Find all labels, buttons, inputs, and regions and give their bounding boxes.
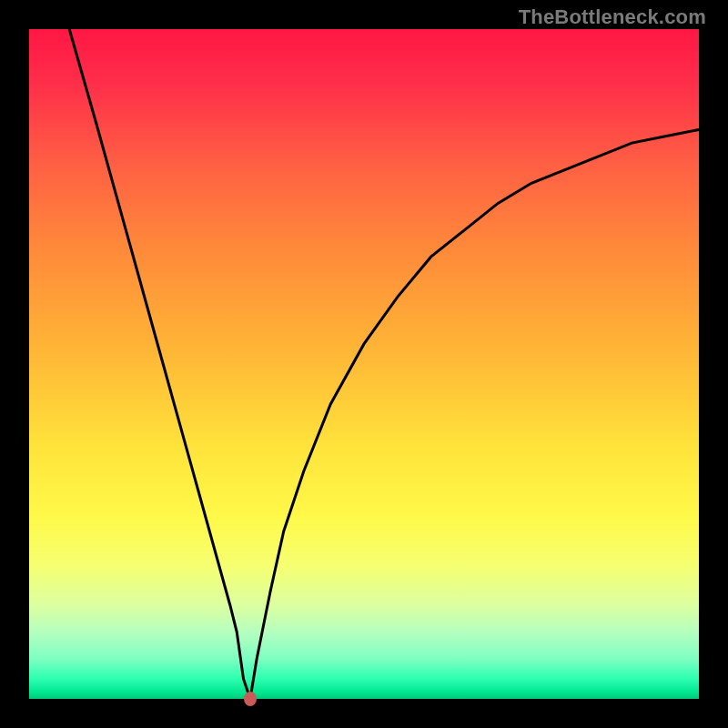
curve-left-branch: [69, 29, 250, 699]
curve-right-branch: [250, 129, 699, 699]
curve-svg: [29, 29, 699, 699]
watermark: TheBottleneck.com: [519, 5, 706, 29]
optimum-marker: [244, 692, 257, 706]
chart-frame: TheBottleneck.com: [0, 0, 728, 728]
